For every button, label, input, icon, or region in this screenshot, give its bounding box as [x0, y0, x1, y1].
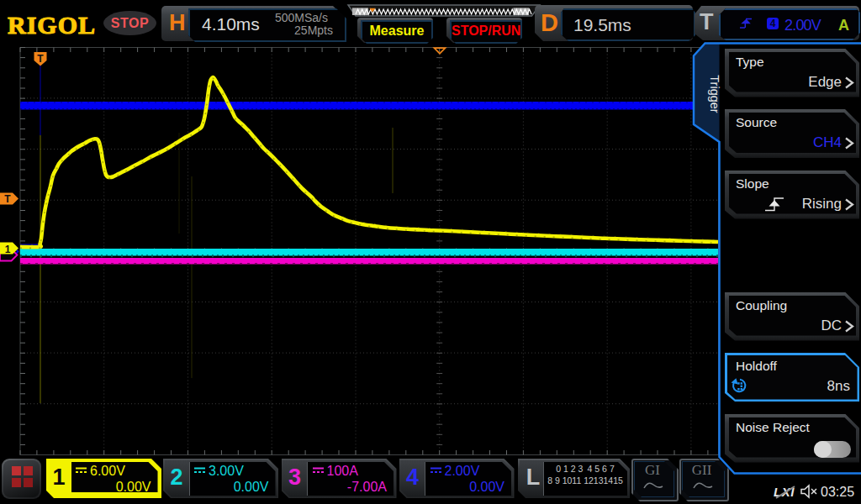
svg-text:Trigger: Trigger	[708, 75, 721, 113]
svg-text:T: T	[4, 193, 11, 205]
svg-text:T: T	[37, 53, 44, 65]
svg-text:1: 1	[5, 244, 11, 255]
